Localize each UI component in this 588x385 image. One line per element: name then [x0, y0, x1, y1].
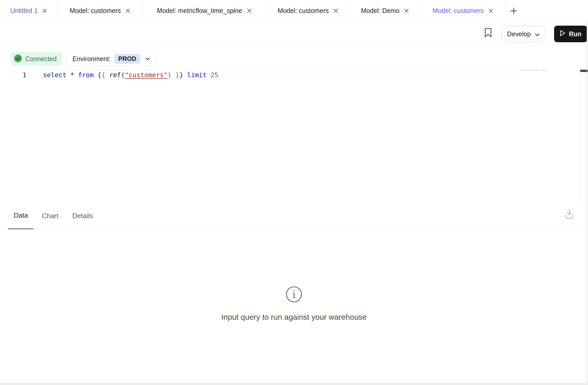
code-line[interactable]: select * from {{ ref("customers") }} lim… — [43, 70, 218, 80]
sql-code-editor[interactable]: 1 select * from {{ ref("customers") }} l… — [0, 68, 588, 203]
results-empty-state — [0, 230, 588, 383]
bookmark-icon — [484, 28, 492, 39]
editor-tab-2[interactable]: Model: customers — [58, 0, 143, 22]
tab-label: Model: customers — [278, 7, 329, 15]
code-token-keyword: from — [525, 69, 527, 70]
results-tab-chart[interactable]: Chart — [36, 203, 64, 229]
info-circle-icon: i — [286, 286, 302, 304]
line-number: 1 — [0, 70, 34, 80]
code-token-plain — [172, 71, 175, 79]
code-token-keyword: limit — [542, 69, 545, 70]
new-tab-button[interactable] — [506, 0, 522, 22]
editor-tab-1[interactable]: Untitled 1 — [0, 0, 58, 22]
close-icon[interactable] — [333, 8, 338, 13]
code-token-plain: ref — [109, 71, 121, 79]
code-token-brace_outer: { — [98, 71, 101, 79]
close-icon[interactable] — [488, 8, 493, 13]
close-icon[interactable] — [404, 8, 409, 13]
environment-label: Environment: — [72, 55, 111, 63]
code-token-keyword: select — [43, 71, 66, 79]
run-button-label: Run — [569, 30, 582, 38]
code-token-plain — [207, 71, 210, 79]
code-token-plain — [183, 71, 187, 79]
check-circle-icon — [14, 54, 22, 63]
tab-label: Model: Demo — [361, 7, 400, 15]
close-icon[interactable] — [247, 8, 252, 13]
chevron-down-icon — [145, 56, 150, 61]
results-tab-bar: DataChartDetails — [0, 203, 588, 230]
code-token-plain: ref — [530, 69, 532, 70]
download-icon — [565, 209, 574, 220]
editor-tab-bar: Untitled 1Model: customersModel: metricf… — [0, 0, 588, 22]
tab-label: Model: metricflow_time_spine — [157, 7, 242, 15]
environment-selector[interactable]: Environment: PROD — [67, 51, 156, 67]
code-token-keyword: from — [78, 71, 94, 79]
play-icon — [560, 30, 565, 38]
code-token-plain — [105, 71, 109, 79]
develop-button[interactable]: Develop — [501, 26, 545, 42]
develop-button-label: Develop — [507, 30, 531, 38]
close-icon[interactable] — [126, 8, 130, 13]
tab-label: Model: customers — [432, 7, 483, 15]
run-button[interactable]: Run — [554, 26, 587, 42]
results-tab-data[interactable]: Data — [8, 203, 34, 229]
editor-minimap[interactable]: select * from {{ ref("customers") }} lim… — [520, 69, 579, 75]
download-results-button[interactable] — [564, 209, 575, 220]
bookmark-button[interactable] — [482, 25, 494, 41]
code-token-brace_inner: } — [175, 71, 179, 79]
code-token-brace_outer: } — [179, 71, 183, 79]
code-token-plain — [74, 71, 78, 79]
connection-status-label: Connected — [25, 55, 57, 63]
code-token-plain: ( — [121, 71, 125, 79]
code-token-plain: * — [70, 71, 74, 79]
code-token-plain — [66, 71, 70, 79]
editor-tab-3[interactable]: Model: metricflow_time_spine — [143, 0, 266, 22]
code-token-string: "customers" — [125, 71, 168, 79]
code-token-number: 25 — [546, 69, 547, 70]
results-tab-details[interactable]: Details — [67, 203, 99, 229]
tab-label: Model: customers — [70, 7, 121, 15]
code-token-string: "customers" — [533, 69, 539, 70]
query-editor-window: Untitled 1Model: customersModel: metricf… — [0, 0, 588, 385]
close-icon[interactable] — [42, 8, 47, 13]
status-row: Connected Environment: PROD — [0, 45, 588, 68]
editor-tab-6[interactable]: Model: customers — [420, 0, 506, 22]
code-token-number: 25 — [210, 71, 218, 79]
connection-status-badge: Connected — [11, 52, 62, 66]
empty-state-message: Input query to run against your warehous… — [0, 313, 588, 322]
editor-tab-5[interactable]: Model: Demo — [350, 0, 420, 22]
code-token-plain — [94, 71, 98, 79]
code-token-paren_close: ) — [168, 71, 172, 79]
code-token-brace_inner: { — [101, 71, 105, 79]
editor-scrollbar-track — [580, 70, 580, 203]
svg-text:i: i — [292, 288, 296, 300]
window-right-edge — [587, 22, 587, 385]
code-token-keyword: limit — [187, 71, 207, 79]
editor-tab-4[interactable]: Model: customers — [266, 0, 350, 22]
environment-value-badge: PROD — [114, 54, 140, 64]
chevron-down-icon — [535, 30, 540, 38]
window-bottom-bar — [0, 383, 588, 385]
code-token-keyword: select — [520, 69, 523, 70]
tab-label: Untitled 1 — [10, 7, 38, 15]
toolbar: Develop Run — [0, 22, 588, 45]
